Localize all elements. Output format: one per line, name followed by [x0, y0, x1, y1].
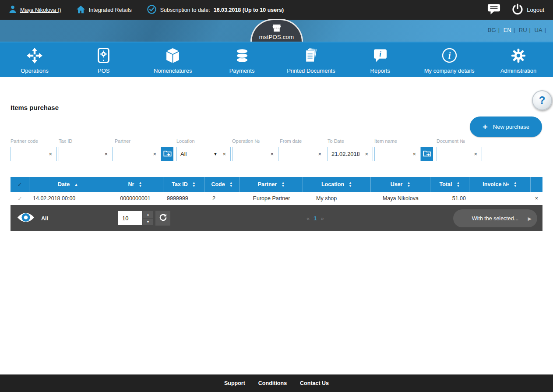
- new-purchase-label: New purchase: [493, 124, 529, 130]
- with-selected-button[interactable]: With the selected... ▶: [453, 209, 537, 227]
- footer-link-support[interactable]: Support: [224, 380, 245, 386]
- to-date-input[interactable]: [328, 151, 360, 157]
- sort-icons[interactable]: ▲▼: [349, 181, 352, 187]
- refresh-button[interactable]: [155, 211, 170, 226]
- nav-nomenclatures[interactable]: Nomenclatures: [138, 42, 208, 77]
- lang-separator: |: [545, 27, 546, 33]
- item-lookup-button[interactable]: [421, 147, 433, 161]
- partner-input[interactable]: [115, 151, 148, 157]
- footer-link-contact[interactable]: Contact Us: [300, 380, 329, 386]
- cell-nr: 0000000001: [107, 195, 163, 201]
- pagination: « 1 »: [306, 205, 324, 231]
- user-name[interactable]: Maya Nikolova (): [20, 7, 61, 13]
- chevron-down-icon[interactable]: ▼: [213, 152, 218, 156]
- select-all-header[interactable]: ✓: [11, 177, 29, 192]
- filter-label: Partner: [115, 138, 173, 144]
- nav-payments[interactable]: Payments: [208, 42, 277, 77]
- clear-icon[interactable]: ×: [408, 151, 420, 157]
- row-delete-icon[interactable]: ×: [531, 195, 542, 201]
- row-select[interactable]: ✓: [11, 195, 29, 202]
- col-partner[interactable]: Partner ▲▼: [240, 177, 303, 192]
- footer-link-conditions[interactable]: Conditions: [258, 380, 287, 386]
- lang-ru[interactable]: RU: [519, 27, 527, 33]
- col-nr[interactable]: Nr ▲▼: [107, 177, 163, 192]
- col-actions: [531, 177, 542, 192]
- clear-icon[interactable]: ×: [266, 151, 278, 157]
- new-purchase-button[interactable]: + New purchase: [470, 117, 542, 137]
- nav-reports[interactable]: i Reports: [345, 42, 415, 77]
- cell-code: 2: [204, 195, 240, 201]
- nav-printed-documents[interactable]: Printed Documents: [277, 42, 346, 77]
- check-icon: ✓: [18, 195, 22, 202]
- col-tax-id[interactable]: Tax ID ▲▼: [163, 177, 204, 192]
- clear-icon[interactable]: ×: [469, 151, 482, 157]
- lang-separator: |: [498, 27, 500, 33]
- page-footer: Support Conditions Contact Us: [0, 374, 553, 392]
- stepper-down-icon[interactable]: ▼: [143, 219, 153, 226]
- sort-icons[interactable]: ▲▼: [138, 181, 142, 187]
- col-label: User: [391, 181, 403, 187]
- clear-icon[interactable]: ×: [218, 151, 230, 157]
- from-date-input[interactable]: [280, 151, 313, 157]
- next-page-icon[interactable]: »: [321, 215, 324, 222]
- clear-icon[interactable]: ×: [44, 151, 56, 157]
- show-all-toggle[interactable]: All: [17, 212, 48, 225]
- stepper-up-icon[interactable]: ▲: [143, 211, 153, 218]
- partner-code-input[interactable]: [11, 151, 44, 157]
- filter-label: Partner code: [11, 138, 57, 144]
- col-code[interactable]: Code ▲▼: [204, 177, 240, 192]
- clear-icon[interactable]: ×: [148, 151, 161, 157]
- operation-input[interactable]: [232, 151, 266, 157]
- help-button[interactable]: ?: [532, 90, 552, 110]
- current-page[interactable]: 1: [313, 215, 317, 222]
- folder-open-icon: [163, 150, 172, 158]
- clear-icon[interactable]: ×: [313, 151, 326, 157]
- messages-icon[interactable]: [487, 3, 500, 17]
- clear-icon[interactable]: ×: [360, 151, 373, 157]
- filter-bar: Partner code × Tax ID × Partner ×: [11, 138, 542, 163]
- sort-icons[interactable]: ▲▼: [457, 181, 460, 187]
- col-user[interactable]: User ▲▼: [371, 177, 430, 192]
- sort-icons[interactable]: ▲▼: [229, 181, 233, 187]
- sort-icons[interactable]: ▲▼: [192, 181, 196, 187]
- subscription-label: Subscription to date:: [160, 7, 210, 13]
- lang-ua[interactable]: UA: [535, 27, 542, 33]
- refresh-icon: [159, 213, 168, 223]
- nav-my-company-details[interactable]: i My company details: [415, 42, 484, 77]
- location-select[interactable]: All ▼ ×: [176, 147, 231, 161]
- table-row[interactable]: ✓ 14.02.2018 00:00 0000000001 9999999 2 …: [11, 192, 542, 205]
- col-total[interactable]: Total ▲▼: [430, 177, 469, 192]
- tax-id-input[interactable]: [59, 151, 100, 157]
- header-band: BG| EN| RU| UA| mstPOS.com: [0, 20, 553, 42]
- question-mark-icon: ?: [539, 94, 546, 106]
- lang-bg[interactable]: BG: [488, 27, 496, 33]
- nav-operations[interactable]: Operations: [0, 42, 69, 77]
- nav-pos[interactable]: POS: [69, 42, 138, 77]
- sort-asc-icon[interactable]: ▲: [74, 182, 78, 187]
- item-name-input[interactable]: [375, 151, 408, 157]
- page-size-input[interactable]: [118, 211, 142, 225]
- lang-en[interactable]: EN: [504, 27, 511, 33]
- sort-icons[interactable]: ▲▼: [281, 181, 285, 187]
- user-icon: [9, 5, 17, 15]
- sort-icons[interactable]: ▲▼: [514, 181, 517, 187]
- nav-label: Reports: [370, 67, 391, 74]
- user-menu[interactable]: Maya Nikolova (): [9, 5, 61, 15]
- top-bar-left: Maya Nikolova () Integrated Retails Subs…: [9, 4, 284, 16]
- prev-page-icon[interactable]: «: [306, 215, 310, 222]
- col-invoice[interactable]: Invoice № ▲▼: [469, 177, 531, 192]
- document-input[interactable]: [437, 151, 469, 157]
- cell-location: My shop: [303, 195, 371, 201]
- page-title: Items purchase: [11, 104, 59, 111]
- partner-lookup-button[interactable]: [161, 147, 173, 161]
- clear-icon[interactable]: ×: [100, 151, 112, 157]
- logout-button[interactable]: Logout: [512, 4, 544, 16]
- nav-administration[interactable]: Administration: [484, 42, 553, 77]
- brand-logo[interactable]: mstPOS.com: [250, 19, 303, 42]
- info-bubble-icon: i: [373, 48, 387, 64]
- col-location[interactable]: Location ▲▼: [303, 177, 371, 192]
- play-icon: ▶: [528, 215, 532, 221]
- company-link[interactable]: Integrated Retails: [76, 5, 132, 15]
- sort-icons[interactable]: ▲▼: [407, 181, 410, 187]
- col-date[interactable]: Date ▲: [29, 177, 107, 192]
